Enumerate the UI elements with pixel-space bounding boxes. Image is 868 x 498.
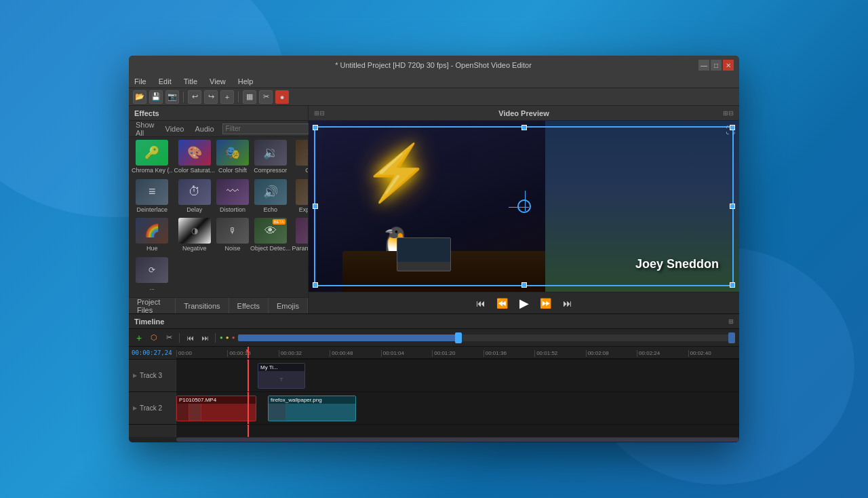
track-1-row: ▶ Track 1 (129, 425, 739, 437)
add-track-button[interactable]: + (133, 332, 145, 344)
play-button[interactable]: ▶ (516, 295, 532, 311)
effect-noise[interactable]: 🎙 Noise (216, 218, 249, 256)
rewind-button[interactable]: ⏪ (494, 295, 511, 311)
filter-input[interactable] (222, 123, 315, 134)
track-2-arrow[interactable]: ▶ (133, 405, 137, 411)
redo-button[interactable]: ↪ (204, 90, 218, 104)
tab-transitions[interactable]: Transitions (176, 298, 229, 314)
handle-bottom-left[interactable] (313, 282, 318, 288)
track-2-content[interactable]: P1010507.MP4 firefox_wallpaper.png (176, 392, 739, 424)
maximize-button[interactable]: □ (711, 60, 722, 71)
timeline-playhead-thumb[interactable] (455, 332, 462, 343)
fast-forward-button[interactable]: ⏩ (538, 295, 554, 311)
menu-help[interactable]: Help (235, 77, 256, 85)
effect-hue[interactable]: 🌈 Hue (132, 218, 173, 256)
clip-firefox-wallpaper[interactable]: firefox_wallpaper.png (268, 396, 356, 421)
tl-sep1 (179, 333, 180, 343)
timeline-header: Timeline ⊞ (129, 314, 739, 329)
menu-file[interactable]: File (132, 77, 149, 85)
ruler-mark-2: 00:00:32 (279, 350, 330, 357)
effect-object-detect[interactable]: 👁 BETA Object Detec... (250, 218, 291, 256)
tl-tool2[interactable]: ✂ (163, 332, 175, 344)
clip-video-mp4[interactable]: P1010507.MP4 (176, 396, 256, 421)
effect-deinterlace[interactable]: ≡ Deinterlace (132, 179, 173, 217)
noise-label: Noise (216, 245, 249, 252)
clip-my-title[interactable]: My Ti... T (258, 363, 305, 389)
effects-grid: 🔑 Chroma Key (.. 🎨 Color Saturat... 🎭 Co… (129, 137, 308, 297)
timeline-progress[interactable] (238, 334, 735, 341)
clip-video-mp4-body (177, 404, 256, 421)
hue-label: Hue (132, 245, 173, 252)
track-2-name: Track 2 (140, 404, 162, 412)
ruler-mark-4: 00:01:04 (381, 350, 432, 357)
distortion-thumb: 〰 (216, 179, 249, 205)
menu-title[interactable]: Title (181, 77, 200, 85)
effect-echo[interactable]: 🔊 Echo (250, 179, 291, 217)
tl-tool1[interactable]: ⬡ (148, 332, 160, 344)
timeline-section: Timeline ⊞ + ⬡ ✂ ⏮ ⏭ ● ● ● 00:00:27,24 (129, 313, 739, 442)
track-1-content[interactable] (176, 425, 739, 437)
ruler-mark-6: 00:01:36 (484, 350, 534, 357)
open-button[interactable]: 📂 (133, 90, 146, 104)
add-button[interactable]: + (220, 90, 234, 104)
tab-audio[interactable]: Audio (192, 123, 216, 134)
timeline-toolbar: + ⬡ ✂ ⏮ ⏭ ● ● ● (129, 329, 739, 347)
playback-controls: ⏮ ⏪ ▶ ⏩ ⏭ (309, 292, 739, 313)
tab-video[interactable]: Video (163, 123, 187, 134)
tl-start-button[interactable]: ⏮ (184, 332, 196, 344)
effect-distortion[interactable]: 〰 Distortion (216, 179, 249, 217)
tl-dot-green: ● (220, 334, 223, 341)
fullscreen-button[interactable]: ▦ (243, 90, 256, 104)
clip-button[interactable]: ✂ (259, 90, 273, 104)
timeline-end-marker (728, 332, 735, 343)
minimize-button[interactable]: — (698, 60, 709, 71)
handle-top-center[interactable] (521, 125, 527, 130)
tl-sep2 (215, 333, 216, 343)
deinterlace-label: Deinterlace (132, 206, 173, 213)
effect-scroll[interactable]: ⟳ ... (132, 257, 173, 295)
save-button[interactable]: 💾 (149, 90, 163, 104)
tab-effects[interactable]: Effects (229, 298, 269, 314)
effect-crop[interactable]: ✂ Crop (292, 140, 308, 178)
timeline-expand-icon[interactable]: ⊞ (728, 318, 734, 325)
effect-expander[interactable]: ↔ Expander (292, 179, 308, 217)
jump-start-button[interactable]: ⏮ (473, 295, 489, 311)
effect-delay[interactable]: ⏱ Delay (174, 179, 216, 217)
ruler-mark-3: 00:00:48 (330, 350, 380, 357)
export-button[interactable]: 📷 (165, 90, 179, 104)
menu-view[interactable]: View (207, 77, 229, 85)
tl-dot-yellow: ● (226, 334, 229, 341)
clip-thumb-2 (189, 404, 201, 421)
hue-thumb: 🌈 (136, 218, 168, 244)
negative-thumb: ◑ (178, 218, 211, 244)
timeline-tracks: ▶ Track 3 My Ti... T ▶ (129, 360, 739, 437)
track-3-content[interactable]: My Ti... T (176, 360, 739, 391)
tl-end-button[interactable]: ⏭ (199, 332, 211, 344)
close-button[interactable]: ✕ (723, 60, 734, 71)
effect-compressor[interactable]: 🔉 Compressor (250, 140, 291, 178)
effect-chroma-key[interactable]: 🔑 Chroma Key (.. (132, 140, 173, 178)
compressor-thumb: 🔉 (254, 140, 287, 166)
echo-label: Echo (250, 206, 291, 213)
tab-emojis[interactable]: Emojis (269, 298, 308, 314)
ruler-mark-10: 00:02:40 (688, 350, 739, 357)
tab-show-all[interactable]: Show All (133, 119, 157, 138)
undo-button[interactable]: ↩ (188, 90, 201, 104)
effect-color-shift[interactable]: 🎭 Color Shift (216, 140, 249, 178)
fullscreen-preview-icon[interactable]: ⛶ (726, 125, 735, 136)
jump-end-button[interactable]: ⏭ (559, 295, 576, 311)
timeline-scroll-thumb[interactable] (176, 438, 739, 442)
menu-edit[interactable]: Edit (156, 77, 174, 85)
ruler-mark-1: 00:00:16 (227, 350, 278, 357)
handle-middle-left[interactable] (313, 204, 318, 209)
effect-color-saturation[interactable]: 🎨 Color Saturat... (174, 140, 216, 178)
timeline-title: Timeline (134, 318, 164, 326)
effect-negative[interactable]: ◑ Negative (174, 218, 216, 256)
ruler-mark-7: 00:01:52 (534, 350, 585, 357)
handle-top-left[interactable] (313, 125, 318, 130)
record-button[interactable]: ● (275, 90, 289, 104)
track-3-arrow[interactable]: ▶ (133, 372, 137, 379)
effect-parametric-eq[interactable]: 🎚 Parametric EQ (292, 218, 308, 256)
timeline-scrollbar[interactable] (129, 437, 739, 442)
tab-project-files[interactable]: Project Files (129, 298, 176, 314)
